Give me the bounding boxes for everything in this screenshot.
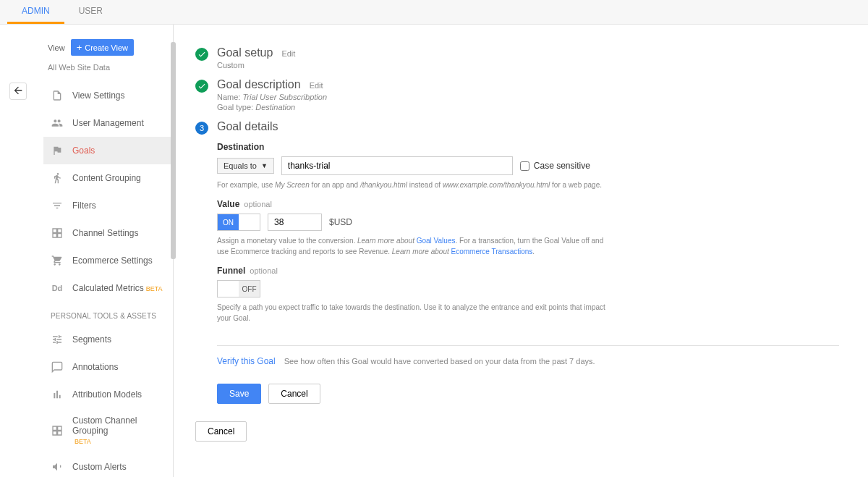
sidebar-item-label: Attribution Models [72, 389, 142, 400]
tab-user[interactable]: USER [64, 0, 117, 24]
sidebar-item-custom-channel-grouping[interactable]: Custom Channel GroupingBETA [43, 408, 173, 453]
funnel-hint: Specify a path you expect traffic to tak… [217, 302, 608, 324]
back-arrow-icon [12, 85, 24, 98]
back-button[interactable] [9, 83, 27, 100]
sidebar-item-attribution-models[interactable]: Attribution Models [43, 381, 173, 408]
sidebar-item-user-management[interactable]: User Management [43, 109, 173, 137]
sidebar-item-label: Content Grouping [72, 173, 141, 183]
step-subtitle: Custom [217, 61, 839, 69]
sidebar-item-ecommerce-settings[interactable]: Ecommerce Settings [43, 247, 173, 274]
sidebar-item-filters[interactable]: Filters [43, 192, 173, 219]
all-website-data[interactable]: All Web Site Data [43, 63, 173, 82]
sidebar-item-label: Channel Settings [72, 228, 138, 238]
case-sensitive-checkbox[interactable]: Case sensitive [520, 161, 590, 171]
step-title: Goal description [217, 78, 301, 91]
value-unit: $USD [329, 217, 352, 227]
toggle-handle [239, 214, 260, 230]
people-icon [51, 117, 64, 130]
toggle-on-label: ON [218, 214, 239, 230]
destination-input[interactable] [281, 156, 513, 175]
check-icon [195, 48, 208, 61]
sidebar-item-annotations[interactable]: Annotations [43, 353, 173, 381]
sidebar-item-view-settings[interactable]: View Settings [43, 82, 173, 109]
sidebar-item-label: User Management [72, 118, 144, 128]
divider [217, 345, 839, 346]
goal-values-link[interactable]: Goal Values [417, 237, 456, 245]
sidebar-item-label: View Settings [72, 90, 125, 101]
toggle-off-label: OFF [239, 281, 260, 297]
sidebar-item-calculated-metrics[interactable]: Dd Calculated MetricsBETA [43, 274, 173, 302]
create-view-label: Create View [85, 43, 128, 52]
grid-icon [51, 424, 64, 437]
tab-admin[interactable]: ADMIN [7, 0, 64, 24]
bar-chart-icon [51, 388, 64, 401]
flag-icon [51, 144, 64, 157]
sidebar-item-goals[interactable]: Goals [43, 137, 173, 164]
sidebar-item-label: Ecommerce Settings [72, 256, 153, 266]
document-icon [51, 89, 64, 102]
check-icon [195, 80, 208, 93]
destination-match-dropdown[interactable]: Equals to ▼ [217, 158, 274, 174]
value-hint: Assign a monetary value to the conversio… [217, 235, 608, 257]
sidebar: View + Create View All Web Site Data Vie… [36, 25, 174, 477]
step-goal-details: 3 Goal details Destination Equals to ▼ C… [195, 120, 839, 404]
sidebar-item-segments[interactable]: Segments [43, 326, 173, 353]
sidebar-item-label: Goals [72, 145, 95, 156]
toggle-handle [218, 281, 239, 297]
tune-icon [51, 333, 64, 346]
step-number-badge: 3 [195, 122, 208, 135]
sidebar-item-label: Filters [72, 200, 96, 211]
sidebar-section-personal: PERSONAL TOOLS & ASSETS [43, 302, 173, 326]
verify-goal-link[interactable]: Verify this Goal [217, 356, 276, 366]
sidebar-item-label: Custom Alerts [72, 462, 127, 472]
funnel-toggle[interactable]: OFF [217, 280, 260, 297]
create-view-button[interactable]: + Create View [71, 39, 134, 56]
top-tabs: ADMIN USER [0, 0, 868, 25]
view-label: View [48, 43, 65, 52]
sidebar-item-content-grouping[interactable]: Content Grouping [43, 164, 173, 192]
chevron-down-icon: ▼ [261, 162, 268, 169]
sidebar-item-label: Annotations [72, 362, 118, 372]
sidebar-item-label: Custom Channel GroupingBETA [72, 415, 166, 446]
step-goal-description: Goal description Edit Name: Trial User S… [195, 78, 839, 111]
save-button[interactable]: Save [217, 384, 261, 404]
dd-icon: Dd [51, 282, 64, 295]
edit-link[interactable]: Edit [281, 49, 295, 58]
grid-icon [51, 227, 64, 240]
step-goal-setup: Goal setup Edit Custom [195, 46, 839, 69]
filter-icon [51, 199, 64, 212]
step-goal-type: Goal type: Destination [217, 103, 839, 111]
outer-cancel-button[interactable]: Cancel [195, 421, 247, 442]
megaphone-icon [51, 460, 64, 473]
edit-link[interactable]: Edit [310, 81, 323, 90]
destination-hint: For example, use My Screen for an app an… [217, 180, 608, 190]
case-sensitive-box[interactable] [520, 161, 529, 171]
sidebar-item-label: Calculated MetricsBETA [72, 283, 163, 293]
comment-icon [51, 360, 64, 373]
step-title: Goal details [217, 120, 278, 133]
person-running-icon [51, 172, 64, 185]
value-toggle[interactable]: ON [217, 214, 260, 231]
value-input[interactable] [268, 214, 322, 231]
step-title: Goal setup [217, 46, 273, 59]
cancel-button[interactable]: Cancel [268, 384, 320, 404]
scrollbar-thumb[interactable] [171, 42, 176, 259]
main-content: Goal setup Edit Custom Goal description … [174, 25, 868, 477]
verify-text: See how often this Goal would have conve… [284, 357, 595, 366]
value-label: Valueoptional [217, 199, 839, 209]
sidebar-item-channel-settings[interactable]: Channel Settings [43, 219, 173, 247]
funnel-label: Funneloptional [217, 266, 839, 276]
cart-icon [51, 254, 64, 267]
sidebar-item-custom-alerts[interactable]: Custom Alerts [43, 453, 173, 477]
step-goal-name: Name: Trial User Subscribption [217, 93, 839, 101]
destination-label: Destination [217, 142, 839, 152]
plus-icon: + [77, 43, 82, 52]
ecommerce-transactions-link[interactable]: Ecommerce Transactions [451, 248, 533, 256]
sidebar-item-label: Segments [72, 334, 111, 345]
